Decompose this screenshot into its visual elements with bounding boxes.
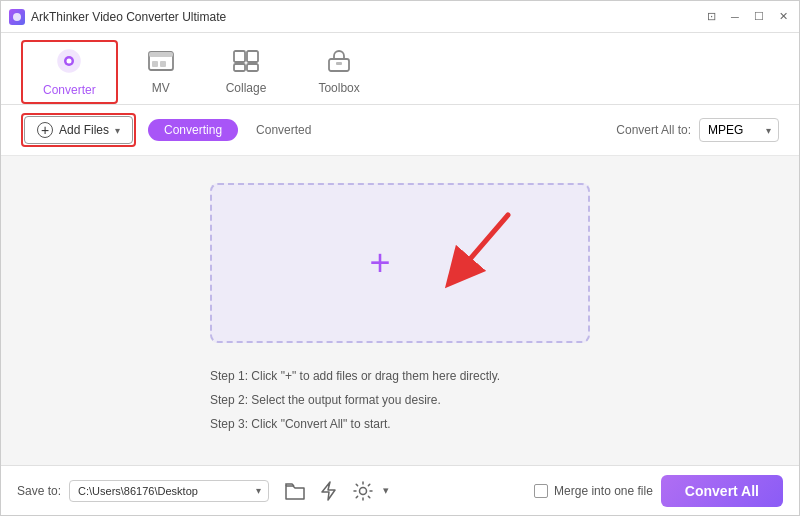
svg-line-15 — [458, 215, 508, 273]
add-files-chevron-icon: ▾ — [115, 125, 120, 136]
sub-tab-converted[interactable]: Converted — [240, 119, 327, 141]
svg-rect-9 — [247, 51, 258, 62]
tab-toolbox-label: Toolbox — [318, 81, 359, 95]
save-to-label: Save to: — [17, 484, 61, 498]
svg-rect-5 — [149, 52, 173, 57]
svg-rect-7 — [160, 61, 166, 67]
nav-tabs: Converter MV Collage — [1, 33, 799, 105]
collage-icon — [233, 50, 259, 77]
toolbar: + Add Files ▾ Converting Converted Conve… — [1, 105, 799, 156]
svg-point-3 — [67, 58, 72, 63]
app-title: ArkThinker Video Converter Ultimate — [31, 10, 226, 24]
tab-toolbox[interactable]: Toolbox — [296, 40, 381, 104]
bottom-icons: ▾ — [281, 477, 389, 505]
steps-text: Step 1: Click "+" to add files or drag t… — [210, 367, 590, 439]
title-bar-left: ArkThinker Video Converter Ultimate — [9, 9, 226, 25]
step-2: Step 2: Select the output format you des… — [210, 391, 590, 409]
main-content: + Step 1: Click "+" to add files or drag… — [1, 156, 799, 465]
settings-button[interactable] — [349, 477, 377, 505]
save-path-wrapper: ▾ — [69, 480, 269, 502]
maximize-btn[interactable]: ☐ — [751, 9, 767, 25]
svg-rect-8 — [234, 51, 245, 62]
drop-zone-plus-icon: + — [369, 245, 390, 281]
drop-zone[interactable]: + — [210, 183, 590, 343]
merge-checkbox-wrapper: Merge into one file — [534, 484, 653, 498]
tab-converter[interactable]: Converter — [21, 40, 118, 104]
svg-rect-11 — [247, 64, 258, 71]
tab-collage-label: Collage — [226, 81, 267, 95]
save-path-input[interactable] — [69, 480, 269, 502]
toolbar-left: + Add Files ▾ Converting Converted — [21, 113, 327, 147]
toolbox-icon — [326, 50, 352, 77]
app-icon — [9, 9, 25, 25]
plus-circle-icon: + — [37, 122, 53, 138]
add-files-label: Add Files — [59, 123, 109, 137]
step-1: Step 1: Click "+" to add files or drag t… — [210, 367, 590, 385]
bottom-bar: Save to: ▾ ▾ Merge into one file Conve — [1, 465, 799, 515]
title-bar-controls: ⊡ ─ ☐ ✕ — [703, 9, 791, 25]
svg-rect-10 — [234, 64, 245, 71]
sub-tab-converting[interactable]: Converting — [148, 119, 238, 141]
add-files-button[interactable]: + Add Files ▾ — [24, 116, 133, 144]
flash-icon — [321, 481, 337, 501]
converter-icon — [56, 48, 82, 79]
settings-chevron: ▾ — [383, 484, 389, 497]
restore-btn[interactable]: ⊡ — [703, 9, 719, 25]
svg-rect-6 — [152, 61, 158, 67]
folder-icon — [285, 482, 305, 500]
tab-mv-label: MV — [152, 81, 170, 95]
format-select[interactable]: MPEG MP4 AVI MOV MKV — [699, 118, 779, 142]
svg-rect-13 — [336, 62, 342, 65]
drop-arrow — [438, 205, 528, 298]
svg-point-16 — [360, 487, 367, 494]
sub-tabs: Converting Converted — [148, 119, 327, 141]
title-bar: ArkThinker Video Converter Ultimate ⊡ ─ … — [1, 1, 799, 33]
flash-button[interactable] — [315, 477, 343, 505]
minimize-btn[interactable]: ─ — [727, 9, 743, 25]
open-folder-button[interactable] — [281, 477, 309, 505]
convert-all-to-label: Convert All to: — [616, 123, 691, 137]
tab-mv[interactable]: MV — [126, 40, 196, 104]
merge-checkbox[interactable] — [534, 484, 548, 498]
format-select-wrapper: MPEG MP4 AVI MOV MKV — [699, 118, 779, 142]
convert-all-button[interactable]: Convert All — [661, 475, 783, 507]
mv-icon — [148, 50, 174, 77]
merge-label: Merge into one file — [554, 484, 653, 498]
toolbar-right: Convert All to: MPEG MP4 AVI MOV MKV — [616, 118, 779, 142]
gear-icon — [353, 481, 373, 501]
close-btn[interactable]: ✕ — [775, 9, 791, 25]
tab-converter-label: Converter — [43, 83, 96, 97]
step-3: Step 3: Click "Convert All" to start. — [210, 415, 590, 433]
tab-collage[interactable]: Collage — [204, 40, 289, 104]
add-files-wrapper: + Add Files ▾ — [21, 113, 136, 147]
svg-point-0 — [13, 13, 21, 21]
